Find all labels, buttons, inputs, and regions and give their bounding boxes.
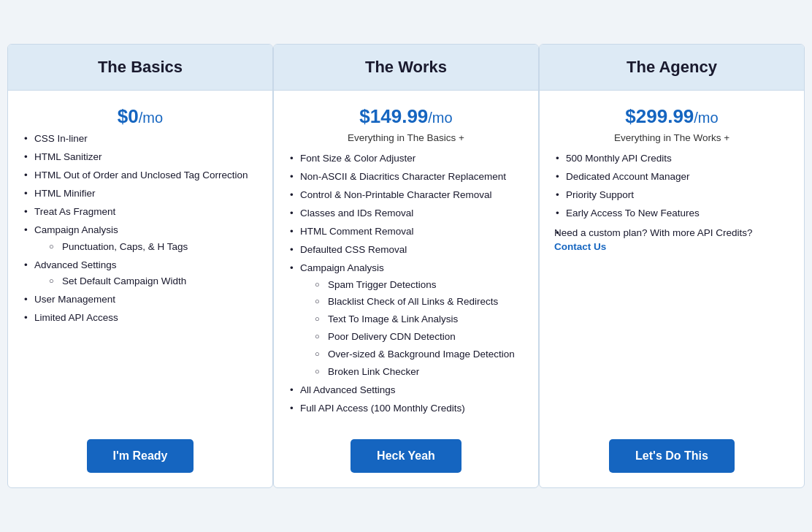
plan-basics-header: The Basics [8,45,272,91]
plan-works-features: Font Size & Color Adjuster Non-ASCII & D… [288,152,524,419]
plan-agency-price: $299.99/mo [554,105,789,128]
list-item: Control & Non-Printable Character Remova… [288,189,524,202]
contact-us-link[interactable]: Contact Us [554,241,606,252]
plan-basics-price: $0/mo [23,105,258,128]
list-item: HTML Out of Order and Unclosed Tag Corre… [23,169,258,183]
list-item: Punctuation, Caps, & H Tags [49,240,258,254]
works-cta-button[interactable]: Heck Yeah [351,439,461,473]
list-item: HTML Comment Removal [288,225,524,239]
list-item: Limited API Access [23,311,258,325]
plan-works-body: $149.99/mo Everything in The Basics + Fo… [274,91,538,427]
list-item: HTML Minifier [23,187,258,201]
plan-works: The Works $149.99/mo Everything in The B… [273,44,539,487]
plan-works-includes: Everything in The Basics + [288,132,524,143]
plan-works-title: The Works [288,58,524,77]
plan-basics-footer: I'm Ready [8,428,272,487]
list-item: Need a custom plan? With more API Credit… [554,227,789,254]
list-item: Classes and IDs Removal [288,207,524,221]
plan-agency-footer: Let's Do This [540,428,804,487]
plan-agency-features: 500 Monthly API Credits Dedicated Accoun… [554,152,789,419]
agency-cta-button[interactable]: Let's Do This [609,439,735,473]
plan-basics-title: The Basics [23,58,258,77]
plan-agency-body: $299.99/mo Everything in The Works + 500… [540,91,804,427]
list-item: Dedicated Account Manager [554,170,789,184]
list-item: Text To Image & Link Analysis [315,313,524,327]
plan-basics: The Basics $0/mo CSS In-liner HTML Sanit… [7,44,273,487]
plan-agency-header: The Agency [540,45,804,91]
plan-basics-features: CSS In-liner HTML Sanitizer HTML Out of … [23,132,258,419]
plan-works-footer: Heck Yeah [274,428,538,487]
list-item: Early Access To New Features [554,207,789,221]
list-item: 500 Monthly API Credits [554,152,789,166]
plan-works-price: $149.99/mo [288,105,524,128]
list-item: HTML Sanitizer [23,151,258,164]
list-item: Priority Support [554,189,789,202]
list-item: Campaign Analysis Spam Trigger Detection… [288,262,524,379]
list-item: Full API Access (100 Monthly Credits) [288,402,524,416]
list-item: User Management [23,293,258,307]
plan-agency: The Agency $299.99/mo Everything in The … [539,44,805,487]
list-item: CSS In-liner [23,132,258,146]
sub-list: Set Default Campaign Width [34,275,258,289]
list-item: Over-sized & Background Image Detection [315,348,524,362]
basics-cta-button[interactable]: I'm Ready [87,439,194,473]
plan-works-header: The Works [274,45,538,91]
list-item: Campaign Analysis Punctuation, Caps, & H… [23,224,258,254]
plan-basics-body: $0/mo CSS In-liner HTML Sanitizer HTML O… [8,91,272,427]
list-item: Defaulted CSS Removal [288,243,524,257]
list-item: Spam Trigger Detections [315,278,524,292]
sub-list: Spam Trigger Detections Blacklist Check … [300,278,524,379]
list-item: Blacklist Check of All Links & Redirects [315,295,524,309]
plan-agency-title: The Agency [554,58,789,77]
list-item: Non-ASCII & Diacritics Character Replace… [288,170,524,184]
list-item: Poor Delivery CDN Detection [315,330,524,344]
list-item: Treat As Fragment [23,205,258,219]
custom-plan-text: Need a custom plan? With more API Credit… [554,227,753,252]
sub-list: Punctuation, Caps, & H Tags [34,240,258,254]
list-item: Set Default Campaign Width [49,275,258,289]
pricing-container: The Basics $0/mo CSS In-liner HTML Sanit… [7,44,805,487]
list-item: Advanced Settings Set Default Campaign W… [23,259,258,289]
list-item: Font Size & Color Adjuster [288,152,524,166]
list-item: Broken Link Checker [315,365,524,379]
list-item: All Advanced Settings [288,384,524,398]
plan-agency-includes: Everything in The Works + [554,132,789,143]
